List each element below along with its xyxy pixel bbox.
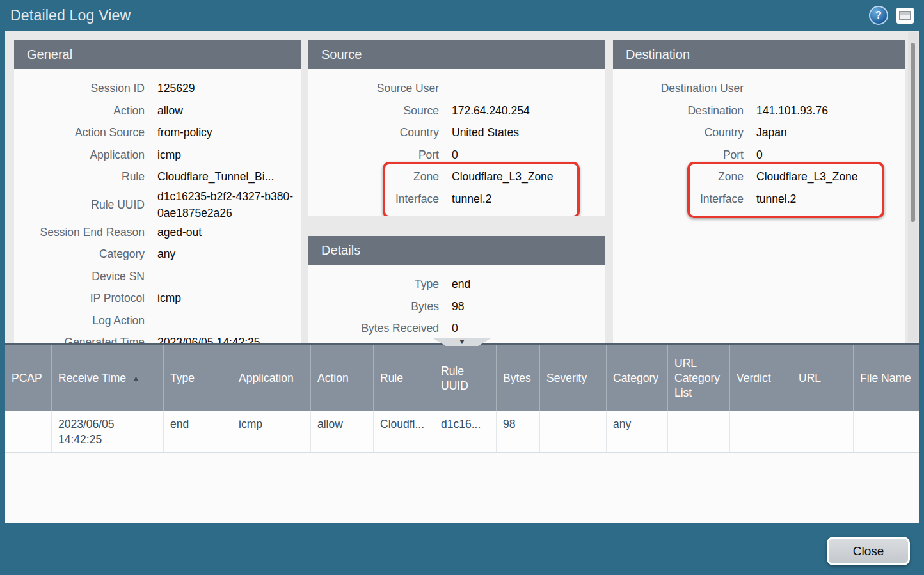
source-panel-header: Source — [308, 40, 605, 69]
col-header-url[interactable]: URL — [792, 345, 853, 411]
field-value: icmp — [145, 146, 301, 163]
field-value: Japan — [744, 124, 905, 141]
field-value: d1c16235-b2f2-4327-b380-0ae1875e2a26 — [145, 188, 301, 221]
field-row-destination-country: CountryJapan — [613, 122, 905, 144]
col-header-type[interactable]: Type — [163, 345, 232, 411]
field-label: Rule UUID — [14, 198, 145, 212]
field-label: Session End Reason — [14, 225, 145, 239]
details-panel: Details Typeend Bytes98 Bytes Received0 — [308, 236, 605, 343]
field-label: Country — [308, 125, 439, 139]
field-label: Bytes — [308, 299, 439, 313]
field-row-device-sn: Device SN — [14, 265, 301, 288]
col-header-label: Receive Time — [58, 371, 126, 386]
field-value: Cloudflare_L3_Zone — [744, 168, 905, 185]
log-table-header: PCAP Receive Time▲ Type Application Acti… — [5, 345, 919, 411]
titlebar: Detailed Log View ? — [0, 0, 924, 31]
field-row-action: Actionallow — [14, 100, 301, 122]
details-panel-header: Details — [308, 236, 605, 265]
field-label: Destination User — [613, 81, 744, 95]
field-label: Source User — [308, 81, 439, 95]
col-header-category[interactable]: Category — [606, 345, 667, 411]
chevron-down-icon: ▼ — [459, 338, 466, 345]
field-value: Cloudflare_L3_Zone — [439, 168, 605, 185]
field-label: Bytes Received — [308, 321, 439, 335]
cell-severity — [539, 411, 606, 453]
cell-category: any — [606, 411, 667, 453]
vertical-scrollbar[interactable] — [908, 32, 918, 342]
field-row-source-country: CountryUnited States — [308, 122, 605, 144]
field-value: United States — [439, 124, 605, 141]
field-label: Application — [14, 148, 145, 162]
field-value: 141.101.93.76 — [744, 102, 905, 119]
field-row-ip-protocol: IP Protocolicmp — [14, 287, 301, 310]
field-value: tunnel.2 — [744, 191, 905, 207]
field-value: any — [145, 246, 301, 262]
field-row-rule: RuleCloudflare_Tunnel_Bi... — [14, 166, 301, 188]
scrollbar-thumb[interactable] — [911, 43, 915, 222]
sort-ascending-icon: ▲ — [132, 371, 140, 386]
field-row-session-end-reason: Session End Reasonaged-out — [14, 221, 301, 244]
col-header-pcap[interactable]: PCAP — [5, 345, 51, 411]
field-value: icmp — [145, 290, 301, 306]
field-row-destination-zone: ZoneCloudflare_L3_Zone — [613, 166, 905, 188]
field-row-log-action: Log Action — [14, 310, 301, 332]
col-header-rule[interactable]: Rule — [373, 345, 434, 411]
general-panel-header: General — [14, 40, 301, 69]
field-label: Interface — [613, 192, 744, 206]
col-header-severity[interactable]: Severity — [539, 345, 606, 411]
col-header-file-name[interactable]: File Name — [853, 345, 919, 411]
field-label: Category — [14, 247, 145, 261]
col-header-verdict[interactable]: Verdict — [729, 345, 792, 411]
col-header-url-category-list[interactable]: URL Category List — [667, 345, 729, 411]
field-row-bytes: Bytes98 — [308, 295, 605, 318]
field-label: Type — [308, 277, 439, 291]
window-rect-glyph — [899, 11, 911, 20]
detailed-log-view-dialog: Detailed Log View ? General Session ID12… — [0, 0, 924, 575]
cell-rule-uuid: d1c16... — [434, 411, 496, 453]
destination-panel: Destination Destination User Destination… — [613, 40, 905, 343]
field-label: Zone — [308, 169, 439, 184]
field-label: Interface — [308, 192, 439, 206]
field-row-destination-port: Port0 — [613, 144, 905, 166]
help-icon[interactable]: ? — [869, 6, 888, 25]
col-header-bytes[interactable]: Bytes — [496, 345, 539, 411]
field-row-application: Applicationicmp — [14, 144, 301, 166]
field-value: 172.64.240.254 — [439, 102, 605, 119]
field-value: allow — [145, 102, 301, 119]
col-header-action[interactable]: Action — [310, 345, 373, 411]
log-table-section: ▼ PCAP Receive Time▲ Type Application Ac… — [5, 343, 919, 523]
field-value: aged-out — [145, 224, 301, 240]
field-row-destination: Destination141.101.93.76 — [613, 100, 905, 122]
field-value: Cloudflare_Tunnel_Bi... — [145, 168, 301, 185]
field-label: Zone — [613, 169, 744, 184]
source-panel: Source Source User Source172.64.240.254 … — [308, 40, 605, 216]
table-row[interactable]: 2023/06/05 14:42:25 end icmp allow Cloud… — [5, 411, 919, 453]
field-value: 2023/06/05 14:42:25 — [145, 334, 301, 343]
cell-type: end — [163, 411, 232, 453]
field-row-source-user: Source User — [308, 77, 605, 100]
field-value: 98 — [439, 298, 605, 315]
window-icon[interactable] — [896, 8, 914, 24]
field-label: Port — [308, 148, 439, 162]
col-header-application[interactable]: Application — [232, 345, 310, 411]
field-row-destination-user: Destination User — [613, 77, 905, 100]
cell-url-category-list — [667, 411, 729, 453]
field-row-source-port: Port0 — [308, 144, 605, 166]
field-label: Action — [14, 104, 145, 118]
field-label: Log Action — [14, 313, 145, 327]
cell-url — [792, 411, 853, 453]
field-value: 0 — [439, 320, 605, 336]
cell-pcap — [5, 411, 51, 453]
field-row-generated-time: Generated Time2023/06/05 14:42:25 — [14, 331, 301, 343]
titlebar-icons: ? — [869, 6, 914, 25]
col-header-receive-time[interactable]: Receive Time▲ — [51, 345, 163, 411]
field-value: from-policy — [145, 124, 301, 141]
col-header-rule-uuid[interactable]: Rule UUID — [434, 345, 496, 411]
field-label: Port — [613, 148, 744, 162]
field-label: IP Protocol — [14, 291, 145, 305]
field-row-source: Source172.64.240.254 — [308, 100, 605, 122]
general-panel-body: Session ID125629 Actionallow Action Sour… — [14, 69, 301, 343]
close-button[interactable]: Close — [827, 537, 910, 565]
cell-rule: Cloudfl... — [373, 411, 434, 453]
details-panel-body: Typeend Bytes98 Bytes Received0 — [308, 265, 605, 343]
